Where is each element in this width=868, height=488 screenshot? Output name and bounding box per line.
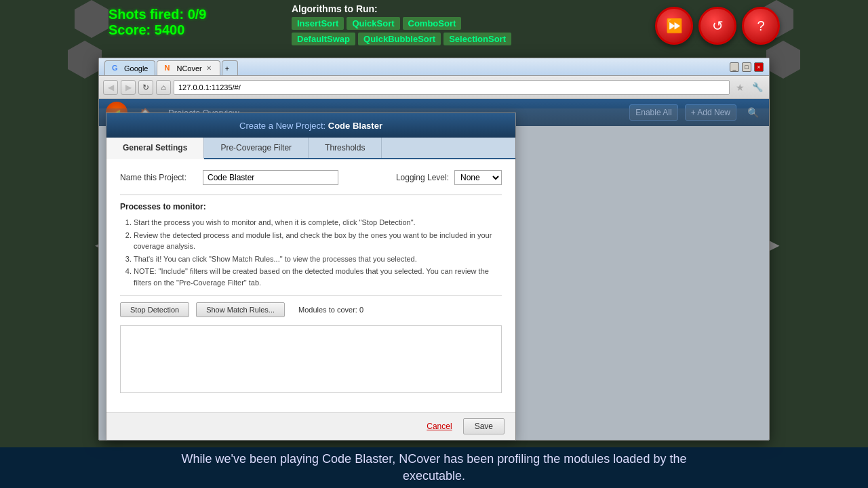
browser-tabs: G Google N NCover ✕ +: [104, 58, 238, 75]
red-buttons-group: ⏩ ↺ ?: [655, 7, 780, 45]
back-button[interactable]: ◀: [103, 80, 118, 95]
google-favicon: G: [112, 64, 121, 73]
browser-navbar: ◀ ▶ ↻ ⌂ ★ 🔧: [99, 76, 769, 99]
reset-button[interactable]: ↺: [698, 7, 736, 45]
forward-button[interactable]: ▶: [121, 80, 136, 95]
instruction-2: Review the detected process and module l…: [134, 230, 502, 252]
help-button[interactable]: ?: [742, 7, 780, 45]
logging-label: Logging Level:: [396, 173, 449, 182]
divider-1: [120, 195, 502, 195]
form-row-name: Name this Project: Logging Level: None L…: [120, 170, 502, 185]
stop-detection-button[interactable]: Stop Detection: [120, 302, 189, 317]
caption-line2: executable.: [403, 469, 465, 483]
close-button[interactable]: ×: [754, 62, 764, 72]
bookmark-star[interactable]: ★: [732, 80, 747, 95]
instructions-text: Start the process you wish to monitor an…: [120, 217, 502, 288]
algo-tag-defaultswap: DefaultSwap: [292, 33, 355, 45]
instruction-3: That's it! You can click "Show Match Rul…: [134, 253, 502, 265]
algo-tag-quickbubblesort: QuickBubbleSort: [358, 33, 441, 45]
modal-tabs: General Settings Pre-Coverage Filter Thr…: [106, 138, 515, 159]
hud-algorithms: Algorithms to Run: InsertSort QuickSort …: [292, 3, 522, 45]
processes-title: Processes to monitor:: [120, 202, 502, 211]
algo-tag-quicksort: QuickSort: [347, 17, 399, 30]
project-name-input[interactable]: [203, 170, 338, 185]
algorithms-title: Algorithms to Run:: [292, 3, 522, 14]
algo-tags-container: InsertSort QuickSort ComboSort DefaultSw…: [292, 17, 522, 45]
create-project-modal: Create a New Project: Code Blaster Gener…: [106, 113, 516, 441]
modal-overlay: Create a New Project: Code Blaster Gener…: [99, 108, 769, 440]
home-button[interactable]: ⌂: [156, 80, 171, 95]
tab-ncover-close[interactable]: ✕: [205, 64, 213, 72]
modal-footer: Cancel Save: [106, 412, 515, 440]
modal-title: Create a New Project: Code Blaster: [117, 121, 505, 131]
algo-tag-insertsort: InsertSort: [292, 17, 344, 30]
minimize-button[interactable]: _: [730, 62, 739, 72]
tools-button[interactable]: 🔧: [750, 80, 765, 95]
tab-google[interactable]: G Google: [104, 60, 155, 75]
browser-window: G Google N NCover ✕ + _ □ × ◀ ▶ ↻ ⌂ ★ 🔧: [98, 58, 770, 441]
maximize-button[interactable]: □: [742, 62, 751, 72]
refresh-button[interactable]: ↻: [138, 80, 153, 95]
hud-shots-score: Shots fired: 0/9 Score: 5400: [108, 7, 206, 38]
tab-thresholds[interactable]: Thresholds: [309, 138, 382, 158]
algo-tag-combosort: ComboSort: [403, 17, 462, 30]
tab-ncover[interactable]: N NCover ✕: [157, 60, 220, 75]
instruction-4: NOTE: "Include" filters will be created …: [134, 266, 502, 288]
modules-to-cover-label: Modules to cover: 0: [298, 306, 363, 314]
caption-text: While we've been playing Code Blaster, N…: [182, 451, 687, 485]
save-button[interactable]: Save: [463, 418, 505, 434]
browser-titlebar: G Google N NCover ✕ + _ □ ×: [99, 58, 769, 76]
action-buttons-row: Stop Detection Show Match Rules... Modul…: [120, 302, 502, 317]
logging-level-group: Logging Level: None Low Medium High: [396, 170, 502, 185]
window-controls: _ □ ×: [730, 62, 764, 72]
fast-forward-button[interactable]: ⏩: [655, 7, 693, 45]
modal-title-project: Code Blaster: [328, 121, 382, 131]
modal-content: Name this Project: Logging Level: None L…: [106, 159, 515, 412]
algo-tag-selectionsort: SelectionSort: [443, 33, 511, 45]
score-label: Score: 5400: [108, 22, 206, 38]
name-label: Name this Project:: [120, 173, 195, 182]
tab-ncover-label: NCover: [176, 64, 201, 73]
new-tab-button[interactable]: +: [222, 60, 238, 75]
tab-pre-coverage-filter[interactable]: Pre-Coverage Filter: [204, 138, 309, 158]
caption-line1: While we've been playing Code Blaster, N…: [182, 452, 687, 466]
ncover-favicon: N: [164, 64, 174, 73]
instruction-1: Start the process you wish to monitor an…: [134, 217, 502, 228]
address-bar[interactable]: [174, 80, 730, 95]
divider-2: [120, 295, 502, 296]
shots-label: Shots fired: 0/9: [108, 7, 206, 22]
logging-level-select[interactable]: None Low Medium High: [454, 170, 502, 185]
show-match-rules-button[interactable]: Show Match Rules...: [196, 302, 285, 317]
cancel-button[interactable]: Cancel: [421, 418, 457, 434]
detection-results-box: [120, 325, 502, 393]
modal-header: Create a New Project: Code Blaster: [106, 113, 515, 138]
tab-google-label: Google: [124, 64, 148, 73]
caption-bar: While we've been playing Code Blaster, N…: [0, 447, 868, 488]
modal-title-prefix: Create a New Project:: [239, 121, 328, 131]
tab-general-settings[interactable]: General Settings: [106, 138, 204, 159]
